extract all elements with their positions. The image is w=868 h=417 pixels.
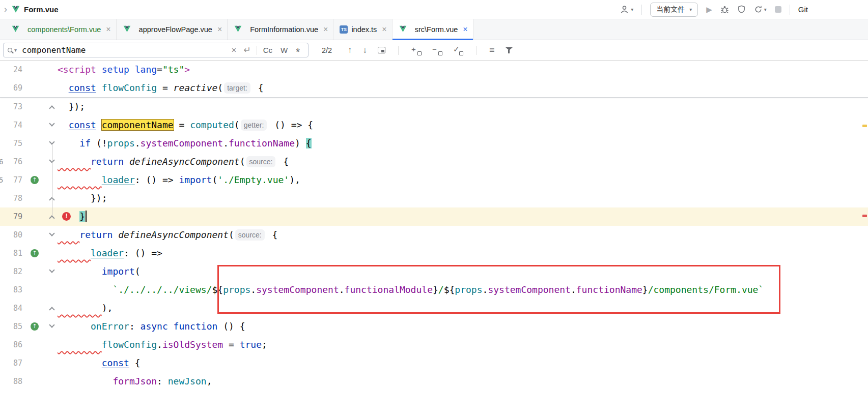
match-case-toggle[interactable]: Cc: [259, 46, 276, 54]
code-text[interactable]: });: [58, 189, 107, 207]
code-text[interactable]: <script setup lang="ts">: [58, 61, 190, 79]
fold-down-icon[interactable]: [50, 262, 57, 281]
remove-selection-icon[interactable]: −: [432, 45, 442, 55]
fold-up-icon[interactable]: [50, 299, 57, 317]
regex-toggle[interactable]: *: [292, 46, 304, 54]
line-number[interactable]: 87: [0, 354, 22, 372]
rerun-icon[interactable]: ▾: [754, 5, 767, 14]
gutter-arrow-icon[interactable]: ↑: [31, 322, 39, 331]
code-text[interactable]: return defineAsyncComponent(source: {: [58, 226, 277, 244]
fold-down-icon[interactable]: [50, 317, 57, 336]
code-text[interactable]: if (!props.systemComponent.functionName)…: [58, 134, 312, 153]
gutter-arrow-icon[interactable]: ↑: [31, 249, 39, 257]
line-number[interactable]: 69: [0, 79, 22, 97]
close-icon[interactable]: ×: [463, 25, 467, 34]
close-icon[interactable]: ×: [106, 25, 110, 34]
fold-up-icon[interactable]: [50, 207, 57, 226]
code-line[interactable]: 85↑ onError: async function () {: [0, 317, 868, 336]
code-line[interactable]: 24<script setup lang="ts">: [0, 61, 868, 79]
line-number[interactable]: 83: [0, 281, 22, 299]
tab-src-form-vue[interactable]: src\Form.vue ×: [393, 19, 473, 40]
code-line[interactable]: 81↑ loader: () =>: [0, 244, 868, 262]
line-number[interactable]: 24: [0, 61, 22, 79]
code-line[interactable]: 74 const componentName = computed(getter…: [0, 116, 868, 134]
code-text[interactable]: flowConfig.isOldSystem = true;: [58, 336, 267, 354]
select-all-occurrences-icon[interactable]: ✓: [453, 45, 463, 55]
debug-icon[interactable]: [720, 5, 729, 14]
code-line[interactable]: 82 import(: [0, 262, 868, 281]
line-number[interactable]: 79: [0, 207, 22, 226]
code-text[interactable]: const {: [58, 354, 141, 372]
code-text[interactable]: import(: [58, 262, 141, 281]
code-line[interactable]: 88 formJson: newJson,: [0, 372, 868, 391]
code-text[interactable]: ),: [58, 299, 113, 317]
line-number[interactable]: 75: [0, 134, 22, 153]
code-text[interactable]: `./../../../views/${props.systemComponen…: [58, 281, 764, 299]
search-input[interactable]: ▾ componentName × ↵ Cc W *: [3, 43, 309, 57]
code-with-me-icon[interactable]: ▾: [620, 5, 633, 14]
code-text[interactable]: }: [58, 207, 87, 226]
code-text[interactable]: loader: () =>: [58, 244, 162, 262]
line-number[interactable]: 73: [0, 98, 22, 116]
code-line[interactable]: 75 if (!props.systemComponent.functionNa…: [0, 134, 868, 153]
code-line[interactable]: 79! }: [0, 207, 868, 226]
code-line[interactable]: 766 return defineAsyncComponent(source: …: [0, 153, 868, 171]
next-match-icon[interactable]: ↓: [363, 45, 368, 55]
view-options-icon[interactable]: ≡: [489, 45, 495, 55]
line-number[interactable]: 76: [0, 153, 22, 171]
insert-newline-icon[interactable]: ↵: [240, 45, 254, 55]
code-line[interactable]: 87 const {: [0, 354, 868, 372]
search-query-text[interactable]: componentName: [22, 45, 86, 55]
line-number[interactable]: 77: [0, 171, 22, 189]
fold-up-icon[interactable]: [50, 189, 57, 207]
tab-approveflowpage-vue[interactable]: approveFlowPage.vue ×: [117, 19, 228, 40]
clear-search-icon[interactable]: ×: [228, 45, 240, 55]
fold-down-icon[interactable]: [50, 116, 57, 134]
close-icon[interactable]: ×: [382, 25, 386, 34]
code-text[interactable]: });: [58, 98, 85, 116]
fold-down-icon[interactable]: [50, 134, 57, 153]
code-line[interactable]: 775↑ loader: () => import('./Empty.vue')…: [0, 171, 868, 189]
code-line[interactable]: 86 flowConfig.isOldSystem = true;: [0, 336, 868, 354]
code-text[interactable]: const flowConfig = reactive(target: {: [58, 79, 264, 97]
tab-components-form-vue[interactable]: components\Form.vue ×: [5, 19, 117, 40]
line-number[interactable]: 85: [0, 317, 22, 336]
code-text[interactable]: const componentName = computed(getter: (…: [58, 116, 313, 134]
git-widget[interactable]: Git: [798, 5, 808, 14]
code-line[interactable]: 73 });: [0, 98, 868, 116]
code-text[interactable]: loader: () => import('./Empty.vue'),: [58, 171, 300, 189]
code-line[interactable]: 69 const flowConfig = reactive(target: {: [0, 79, 868, 97]
line-number[interactable]: 86: [0, 336, 22, 354]
line-number[interactable]: 84: [0, 299, 22, 317]
editor[interactable]: 24<script setup lang="ts">69 const flowC…: [0, 61, 868, 417]
close-icon[interactable]: ×: [217, 25, 222, 34]
line-number[interactable]: 74: [0, 116, 22, 134]
line-number[interactable]: 78: [0, 189, 22, 207]
code-text[interactable]: return defineAsyncComponent(source: {: [58, 153, 289, 171]
search-history-chevron-icon[interactable]: ▾: [14, 47, 17, 53]
close-icon[interactable]: ×: [323, 25, 328, 34]
code-text[interactable]: formJson: newJson,: [58, 372, 212, 391]
code-line[interactable]: 80 return defineAsyncComponent(source: {: [0, 226, 868, 244]
add-selection-icon[interactable]: +: [411, 45, 422, 55]
whole-words-toggle[interactable]: W: [276, 46, 292, 54]
run-config-selector[interactable]: 当前文件 ▾: [650, 3, 698, 17]
fold-down-icon[interactable]: [50, 153, 57, 171]
code-line[interactable]: 78 });: [0, 189, 868, 207]
line-number[interactable]: 81: [0, 244, 22, 262]
open-in-find-window-icon[interactable]: [378, 47, 385, 53]
gutter-arrow-icon[interactable]: ↑: [31, 176, 39, 184]
fold-down-icon[interactable]: [50, 226, 57, 244]
stop-icon[interactable]: [775, 6, 781, 13]
line-number[interactable]: 80: [0, 226, 22, 244]
fold-up-icon[interactable]: [50, 98, 57, 116]
run-button[interactable]: ▶: [706, 5, 712, 14]
code-line[interactable]: 84 ),: [0, 299, 868, 317]
previous-match-icon[interactable]: ↑: [348, 45, 352, 55]
tab-index-ts[interactable]: TS index.ts ×: [333, 19, 392, 40]
line-number[interactable]: 82: [0, 262, 22, 281]
line-number[interactable]: 88: [0, 372, 22, 391]
code-line[interactable]: 83 `./../../../views/${props.systemCompo…: [0, 281, 868, 299]
window-chevron-icon[interactable]: ›: [4, 4, 7, 15]
code-text[interactable]: onError: async function () {: [58, 317, 245, 336]
